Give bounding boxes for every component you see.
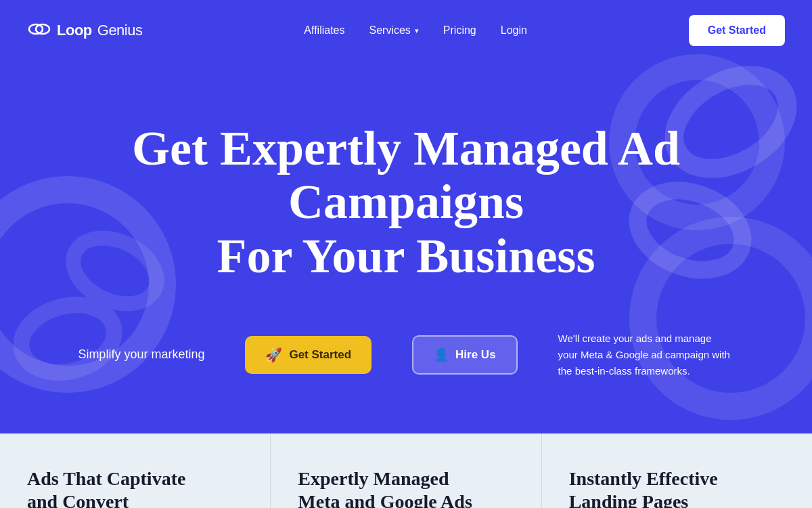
feature-meta-line2: Meta and Google Ads	[298, 491, 472, 508]
nav-link-pricing[interactable]: Pricing	[443, 24, 476, 36]
feature-title-meta-google: Expertly Managed Meta and Google Ads	[298, 467, 514, 508]
features-section: Ads That Captivate and Convert Expertly …	[0, 433, 812, 508]
feature-title-landing: Instantly Effective Landing Pages	[569, 467, 785, 508]
navbar: LoopGenius Affiliates Services ▾ Pricing…	[0, 0, 812, 61]
simplify-marketing-text: Simplify your marketing	[78, 347, 204, 362]
hero-hire-us-button[interactable]: 👤 Hire Us	[412, 335, 518, 375]
hero-get-started-button[interactable]: 🚀 Get Started	[245, 336, 371, 374]
feature-card-landing: Instantly Effective Landing Pages	[542, 433, 812, 508]
nav-item-services[interactable]: Services ▾	[369, 24, 419, 37]
hero-title: Get Expertly Managed Ad Campaigns For Yo…	[54, 122, 758, 283]
nav-link-login[interactable]: Login	[501, 24, 527, 36]
nav-link-services[interactable]: Services	[369, 24, 411, 37]
feature-ads-line2: and Convert	[27, 491, 129, 508]
feature-card-meta-google: Expertly Managed Meta and Google Ads	[271, 433, 541, 508]
feature-landing-line1: Instantly Effective	[569, 468, 718, 489]
feature-card-ads: Ads That Captivate and Convert	[0, 433, 271, 508]
hero-title-line2: For Your Business	[217, 229, 595, 283]
logo-text-genius: Genius	[97, 22, 143, 39]
logo-text-loop: Loop	[57, 22, 92, 39]
hero-content: Get Expertly Managed Ad Campaigns For Yo…	[0, 81, 812, 310]
hero-bottom-bar: Simplify your marketing 🚀 Get Started 👤 …	[0, 310, 812, 413]
logo-icon	[27, 20, 51, 42]
feature-ads-line1: Ads That Captivate	[27, 468, 185, 489]
rocket-icon: 🚀	[265, 347, 282, 363]
hero-section: Get Expertly Managed Ad Campaigns For Yo…	[0, 0, 812, 433]
chevron-down-icon: ▾	[415, 26, 419, 35]
feature-landing-line2: Landing Pages	[569, 491, 689, 508]
feature-meta-line1: Expertly Managed	[298, 468, 449, 489]
hero-cta-primary-label: Get Started	[289, 348, 351, 362]
nav-item-affiliates[interactable]: Affiliates	[304, 24, 344, 37]
nav-item-login[interactable]: Login	[501, 24, 527, 37]
logo[interactable]: LoopGenius	[27, 20, 142, 42]
nav-item-pricing[interactable]: Pricing	[443, 24, 476, 37]
person-icon: 👤	[434, 347, 449, 362]
hero-title-line1: Get Expertly Managed Ad Campaigns	[132, 121, 680, 229]
nav-cta-button[interactable]: Get Started	[689, 15, 785, 46]
nav-links: Affiliates Services ▾ Pricing Login	[304, 24, 527, 37]
feature-title-ads: Ads That Captivate and Convert	[27, 467, 243, 508]
hero-cta-secondary-label: Hire Us	[455, 348, 496, 362]
hero-description-text: We'll create your ads and manage your Me…	[558, 331, 734, 379]
nav-link-affiliates[interactable]: Affiliates	[304, 24, 344, 36]
